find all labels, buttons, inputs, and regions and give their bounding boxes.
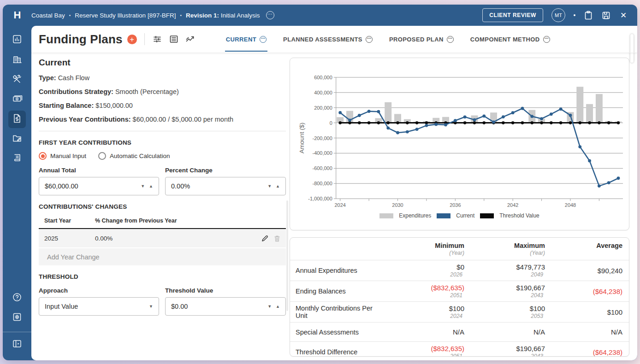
- sidebar-item-dashboard[interactable]: [8, 31, 26, 49]
- contributions-strategy-field: Contributions Strategy: Smooth (Percenta…: [39, 88, 286, 95]
- threshold-value-input[interactable]: $0.00 ▼▲: [165, 297, 286, 316]
- stepper-down-icon[interactable]: ▼: [267, 184, 272, 188]
- summary-min-cell: $1002024: [384, 305, 464, 319]
- summary-row-label: Ending Balances: [296, 288, 384, 295]
- svg-text:200,000: 200,000: [314, 105, 332, 111]
- add-funding-plan-button[interactable]: +: [127, 35, 137, 44]
- tab-planned-assessments[interactable]: PLANNED ASSESSMENTS ⋯: [282, 27, 373, 52]
- sidebar-item-properties[interactable]: [8, 51, 26, 69]
- first-year-contributions-heading: FIRST YEAR CONTRIBUTIONS: [39, 139, 286, 146]
- folder-edit-icon: [12, 133, 22, 145]
- summary-max-cell: $479,7732049: [464, 263, 545, 278]
- funding-chart: 600,000400,000200,0000-200,000-400,000-6…: [290, 58, 629, 211]
- legend-swatch-current: [437, 213, 450, 218]
- funding-chart-card: Amount ($) 600,000400,000200,0000-200,00…: [290, 58, 629, 230]
- legend-label-current: Current: [456, 212, 474, 219]
- summary-avg-cell: ($64,238): [545, 348, 622, 356]
- clipboard-icon[interactable]: [584, 11, 593, 20]
- svg-text:0: 0: [330, 120, 332, 126]
- summary-avg-cell: $100: [545, 308, 622, 316]
- edit-icon[interactable]: [261, 235, 268, 242]
- main-content: Funding Plans + CURRENT ⋯ PLANNED ASSESS…: [31, 26, 637, 360]
- collapse-panel-icon: [12, 339, 22, 350]
- tab-menu-icon[interactable]: ⋯: [543, 36, 550, 43]
- close-icon[interactable]: ✕: [619, 11, 628, 20]
- tab-current[interactable]: CURRENT ⋯: [225, 27, 267, 52]
- delete-icon[interactable]: [274, 235, 280, 242]
- sidebar-item-components[interactable]: [8, 71, 26, 88]
- row-start-year: 2025: [44, 235, 95, 242]
- breadcrumb-project[interactable]: Coastal Bay: [31, 12, 65, 19]
- col-start-year: Start Year: [44, 217, 95, 224]
- save-icon[interactable]: [601, 11, 610, 20]
- summary-table-body: Annual Expenditures$02026$479,7732049$90…: [290, 260, 629, 357]
- chart-legend: Expenditures Current Threshold Value: [290, 212, 629, 219]
- starting-balance-field: Starting Balance: $150,000.00: [39, 102, 286, 109]
- funding-plan-tabs: CURRENT ⋯ PLANNED ASSESSMENTS ⋯ PROPOSED…: [225, 27, 551, 52]
- report-icon: [12, 153, 22, 165]
- breadcrumb-separator: •: [180, 13, 182, 18]
- legend-label-expenditures: Expenditures: [399, 212, 431, 219]
- threshold-value-label: Threshold Value: [165, 287, 286, 294]
- app-logo[interactable]: H: [3, 9, 31, 21]
- approach-label: Approach: [39, 287, 159, 294]
- sidebar-item-help[interactable]: [8, 289, 26, 307]
- contributions-changes-header: Start Year % Change from Previous Year: [39, 214, 286, 229]
- svg-text:600,000: 600,000: [314, 75, 332, 80]
- svg-text:2048: 2048: [565, 202, 576, 208]
- summary-max-cell: $190,6672043: [464, 284, 545, 299]
- sidebar: [3, 26, 31, 360]
- breadcrumb-study[interactable]: Reserve Study Illustration [897-BFR]: [75, 12, 176, 19]
- top-bar: H Coastal Bay • Reserve Study Illustrati…: [3, 5, 637, 26]
- row-percent-change: 0.00%: [95, 235, 248, 242]
- logo-letter: H: [14, 9, 21, 21]
- stepper-down-icon[interactable]: ▼: [267, 304, 272, 309]
- page-header: Funding Plans + CURRENT ⋯ PLANNED ASSESS…: [31, 26, 637, 53]
- summary-row-label: Annual Expenditures: [296, 267, 384, 274]
- col-average: Average: [545, 242, 622, 249]
- add-year-change-button[interactable]: Add Year Change: [39, 248, 286, 265]
- percent-change-label: Percent Change: [165, 167, 286, 174]
- approach-select[interactable]: Input Value ▼: [39, 297, 159, 316]
- stepper-up-icon[interactable]: ▲: [149, 184, 153, 188]
- sidebar-collapse-button[interactable]: [8, 336, 26, 353]
- annual-total-label: Annual Total: [39, 167, 159, 174]
- table-view-icon[interactable]: [168, 33, 180, 45]
- first-year-mode-radio-group: Manual Input Automatic Calculation: [39, 152, 286, 160]
- avatar[interactable]: MT: [551, 8, 565, 22]
- tab-component-method[interactable]: COMPONENT METHOD ⋯: [469, 27, 551, 52]
- annual-total-input[interactable]: $60,000.00 ▼▲: [39, 177, 159, 195]
- stepper-up-icon[interactable]: ▲: [276, 304, 280, 309]
- building-icon: [12, 54, 22, 66]
- sidebar-item-funding-plans[interactable]: [8, 111, 26, 128]
- plan-settings-icon[interactable]: [151, 33, 163, 45]
- summary-min-cell: $02026: [384, 263, 464, 278]
- tab-menu-icon[interactable]: ⋯: [260, 36, 267, 43]
- percent-change-input[interactable]: 0.00% ▼▲: [165, 177, 286, 195]
- tab-proposed-plan[interactable]: PROPOSED PLAN ⋯: [388, 27, 455, 52]
- summary-max-cell: N/A: [464, 328, 545, 336]
- tab-menu-icon[interactable]: ⋯: [447, 36, 454, 43]
- form-scrollbar[interactable]: [286, 200, 288, 311]
- sidebar-item-financials[interactable]: [8, 91, 26, 108]
- stepper-up-icon[interactable]: ▲: [276, 184, 280, 188]
- revision-menu-icon[interactable]: ⋯: [266, 11, 274, 19]
- sidebar-item-settings[interactable]: [8, 309, 26, 327]
- trend-chart-icon[interactable]: [184, 33, 196, 45]
- radio-circle[interactable]: [98, 152, 106, 160]
- summary-row: Annual Expenditures$02026$479,7732049$90…: [290, 260, 629, 281]
- summary-avg-cell: $90,240: [545, 267, 622, 275]
- sidebar-item-reports[interactable]: [8, 150, 26, 168]
- tab-menu-icon[interactable]: ⋯: [366, 36, 373, 43]
- col-percent-change: % Change from Previous Year: [95, 217, 248, 224]
- radio-circle[interactable]: [39, 152, 47, 160]
- summary-row-label: Threshold Difference: [296, 348, 384, 356]
- summary-row: Threshold Difference($832,635)2051$190,6…: [290, 341, 629, 357]
- stepper-down-icon[interactable]: ▼: [141, 184, 145, 188]
- summary-avg-cell: ($64,238): [545, 288, 622, 295]
- radio-automatic-calculation[interactable]: Automatic Calculation: [98, 152, 170, 160]
- radio-manual-input[interactable]: Manual Input: [39, 152, 86, 160]
- chevron-down-icon[interactable]: ▼: [149, 304, 153, 309]
- sidebar-item-projects[interactable]: [8, 130, 26, 148]
- client-review-button[interactable]: CLIENT REVIEW: [482, 8, 543, 22]
